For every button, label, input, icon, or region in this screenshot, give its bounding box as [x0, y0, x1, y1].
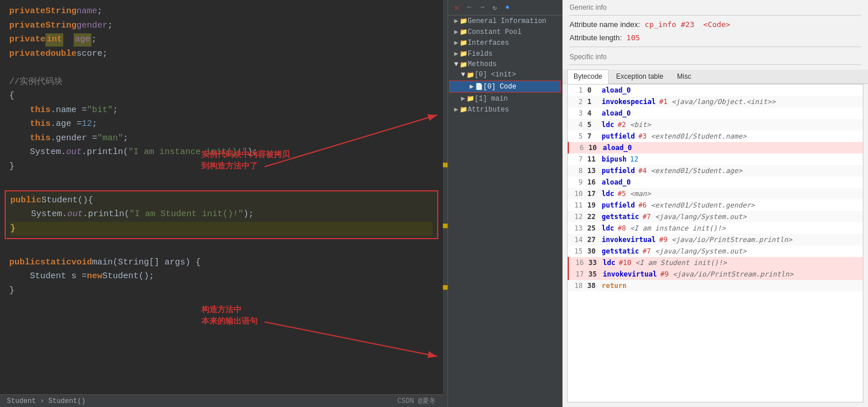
keyword: public [10, 194, 41, 208]
keyword: private [9, 20, 45, 33]
bytecode-row: 13 25 ldc #8 <I am instance init()!> [568, 222, 863, 234]
method-call: out [67, 208, 83, 221]
status-bar: Student › Student() CSDN @夏冬 [0, 394, 443, 407]
bytecode-row-highlighted: 6 10 aload_0 [568, 142, 863, 153]
bytecode-row: 5 7 putfield #3 <extend01/Student.name> [568, 130, 863, 142]
code-text: Student(); [102, 270, 154, 283]
type-highlighted: int [45, 33, 63, 47]
code-editor: private String name ; private String gen… [0, 0, 443, 394]
close-button[interactable]: ✕ [452, 2, 462, 13]
keyword: this [30, 104, 51, 117]
code-text: System. [9, 146, 66, 159]
refresh-button[interactable]: ↻ [490, 2, 500, 13]
folder-icon: 📁 [466, 71, 475, 79]
tree-item-methods[interactable]: ▼ 📁 Methods [448, 59, 562, 70]
tab-bar: Bytecode Exception table Misc [563, 70, 868, 84]
tab-misc[interactable]: Misc [671, 70, 698, 83]
code-text: System. [10, 208, 67, 221]
code-line: private String name ; [0, 5, 443, 19]
keyword: static [40, 256, 71, 270]
number-literal: 12 [82, 118, 92, 131]
tree-item-label: [0] <init> [475, 71, 516, 79]
annotation-text-3: 构造方法中 [201, 305, 242, 315]
string-literal: "I am instance init()!" [128, 146, 247, 159]
forward-button[interactable]: → [477, 2, 487, 13]
folder-icon: 📁 [460, 50, 468, 57]
tree-panel: ✕ ← → ↻ ● ▶ 📁 General Information ▶ 📁 Co… [448, 0, 563, 407]
code-text: score; [77, 48, 108, 61]
tree-item-constant-pool[interactable]: ▶ 📁 Constant Pool [448, 26, 562, 37]
type: String [45, 5, 77, 18]
field-name: name [77, 5, 97, 18]
code-text: .gender = [51, 132, 97, 145]
tree-item-label: Fields [468, 50, 492, 58]
code-line: this .age = 12 ; [0, 117, 443, 132]
code-line: System. out .println( "I am instance ini… [0, 145, 443, 160]
folder-icon: 📁 [460, 17, 468, 25]
code-text: Student s = [9, 270, 87, 283]
expand-arrow: ▼ [460, 71, 466, 79]
tree-item-code[interactable]: ▶ 📄 [0] Code [449, 80, 561, 93]
comment: //实例代码块 [9, 76, 63, 89]
tree-item-main[interactable]: ▶ 📁 [1] main [448, 93, 562, 104]
left-section: private String name ; private String gen… [0, 0, 443, 407]
code-text: .age = [51, 118, 82, 131]
code-line: this .name = "bit" ; [0, 103, 443, 118]
dot-button[interactable]: ● [502, 2, 513, 13]
keyword: this [30, 118, 51, 131]
code-text [9, 118, 30, 131]
code-line: } [0, 160, 443, 174]
tree-item-label: General Information [468, 17, 546, 25]
bytecode-row: 9 16 aload_0 [568, 176, 863, 188]
tree-item-label: Constant Pool [468, 28, 522, 36]
tree-item-label: Methods [468, 60, 496, 68]
bytecode-panel[interactable]: 1 0 aload_0 2 1 invokespecial #1 <java/l… [567, 84, 863, 402]
generic-info-label: Generic info [563, 0, 868, 13]
tree-item-label: Interfaces [468, 39, 509, 47]
bytecode-row: 8 13 putfield #4 <extend01/Student.age> [568, 165, 863, 176]
attribute-name-row: Attribute name index: cp_info #23 <Code> [563, 18, 868, 31]
code-text: { [9, 90, 14, 103]
code-text: .name = [51, 104, 87, 117]
keyword: void [71, 256, 92, 270]
code-text: .println( [82, 146, 128, 159]
tab-exception-table[interactable]: Exception table [610, 70, 670, 83]
keyword: private [9, 48, 45, 61]
expand-arrow: ▶ [453, 28, 460, 36]
scroll-mark-1 [443, 163, 448, 167]
tree-item-interfaces[interactable]: ▶ 📁 Interfaces [448, 37, 562, 48]
code-text: ; [108, 20, 113, 33]
annotation-text-4: 本来的输出语句 [201, 316, 258, 327]
tree-item-attributes[interactable]: ▶ 📁 Attributes [448, 104, 562, 115]
tree-item-fields[interactable]: ▶ 📁 Fields [448, 48, 562, 59]
code-text: } [9, 285, 14, 298]
file-icon: 📄 [475, 83, 483, 90]
code-line: public static void main(String[] args) { [0, 256, 443, 270]
string-literal: "bit" [87, 104, 113, 117]
tab-bytecode[interactable]: Bytecode [567, 70, 609, 84]
keyword: private [9, 5, 45, 18]
tree-item-general-info[interactable]: ▶ 📁 General Information [448, 16, 562, 26]
field-highlighted: age [74, 33, 91, 47]
tree-item-init[interactable]: ▼ 📁 [0] <init> [448, 70, 562, 80]
code-text: ); [247, 146, 258, 159]
bytecode-row: 3 4 aload_0 [568, 107, 863, 119]
attr-name-label: Attribute name index: [569, 20, 640, 29]
code-line: Student s = new Student(); [0, 270, 443, 284]
constructor-block: public Student(){ System. out .println( … [5, 190, 438, 240]
keyword: this [30, 132, 51, 145]
expand-arrow: ▶ [468, 82, 475, 91]
scroll-mark-3 [443, 285, 448, 290]
method-call: out [66, 146, 82, 159]
code-text: ); [243, 208, 254, 221]
attribute-length-row: Attribute length: 105 [563, 31, 868, 44]
folder-icon: 📁 [466, 95, 475, 102]
folder-icon: 📁 [460, 106, 468, 113]
code-line: public Student(){ [10, 194, 433, 208]
code-line: private double score; [0, 47, 443, 62]
info-panel: Generic info Attribute name index: cp_in… [563, 0, 868, 407]
folder-icon: 📁 [460, 61, 468, 68]
code-text: Student(){ [41, 194, 93, 208]
back-button[interactable]: ← [464, 2, 475, 13]
bytecode-row-highlighted: 17 35 invokevirtual #9 <java/io/PrintStr… [568, 268, 863, 280]
